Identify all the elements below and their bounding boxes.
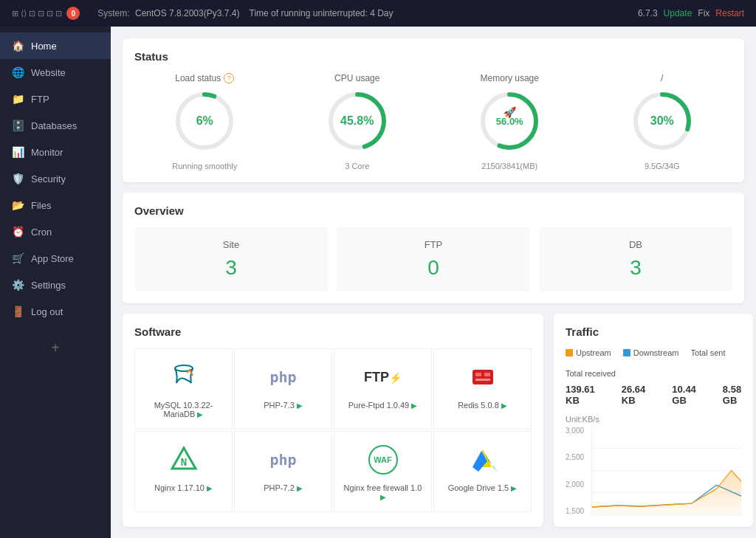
software-mysql[interactable]: MySQL 10.3.22-MariaDB ▶ [134,348,233,430]
received-stat: 8.58 GB [723,384,741,406]
sidebar-item-security[interactable]: 🛡️ Security [0,165,111,192]
chart-unit-label: Unit:KB/s [566,415,741,424]
upstream-legend: Upstream [566,348,611,357]
php72-label: PHP-7.2 ▶ [264,483,303,492]
mysql-label: MySQL 10.3.22-MariaDB ▶ [154,401,213,418]
sidebar-label-ftp: FTP [31,94,49,105]
cpu-sublabel: 3 Core [345,162,369,170]
ftp-label: FTP [425,239,443,250]
sidebar-item-appstore[interactable]: 🛒 App Store [0,245,111,272]
cpu-status-item: CPU usage 45.8% 3 Core [324,73,391,170]
svg-text:N: N [180,456,186,468]
sidebar: 🏠 Home 🌐 Website 📁 FTP 🗄️ Databases 📊 Mo… [0,27,111,538]
status-title: Status [134,50,732,63]
overview-card: Overview Site 3 FTP 0 DB 3 [123,193,744,303]
redis-label: Redis 5.0.8 ▶ [458,401,507,410]
overview-db[interactable]: DB 3 [539,227,732,292]
software-title: Software [134,325,532,338]
redis-arrow: ▶ [501,401,507,410]
drive-arrow: ▶ [511,484,517,492]
software-redis[interactable]: Redis 5.0.8 ▶ [433,348,532,430]
load-info-icon[interactable]: ? [224,73,234,83]
bottom-grid: Software MySQL [123,314,744,527]
fix-button[interactable]: Fix [698,8,709,18]
settings-icon: ⚙️ [12,279,24,291]
topbar-left: ⊞ ⟨⟩ ⊡ ⊡ ⊡ ⊡ 0 System: CentOS 7.8.2003(P… [12,7,394,20]
disk-status-item: / 30% 9.5G/34G [629,73,695,170]
downstream-dot [623,349,630,356]
load-gauge: 6% [171,88,238,154]
load-label: Load status ? [175,73,234,83]
upstream-stat: 139.61 KB [566,384,595,406]
ftpd-arrow: ▶ [411,401,417,410]
drive-label: Google Drive 1.5 ▶ [448,483,518,492]
software-grid: MySQL 10.3.22-MariaDB ▶ php PHP-7.3 ▶ FT… [134,348,532,512]
php73-icon: php [266,359,301,395]
update-button[interactable]: Update [664,8,693,18]
monitor-icon: 📊 [12,146,24,158]
downstream-value: 26.64 KB [622,384,646,406]
cron-icon: ⏰ [12,226,24,238]
overview-title: Overview [134,204,732,217]
db-value: 3 [630,256,642,280]
software-ftpd[interactable]: FTP⚡ Pure-Ftpd 1.0.49 ▶ [334,348,432,430]
sidebar-item-ftp[interactable]: 📁 FTP [0,86,111,112]
topbar-logo-area: ⊞ ⟨⟩ ⊡ ⊡ ⊡ ⊡ 0 [12,7,86,20]
software-card: Software MySQL [123,314,543,527]
traffic-stats: 139.61 KB 26.64 KB 10.44 GB 8.58 GB [566,384,741,406]
sidebar-label-home: Home [31,41,57,52]
software-php73[interactable]: php PHP-7.3 ▶ [234,348,332,430]
sidebar-item-website[interactable]: 🌐 Website [0,59,111,86]
total-received-legend: Total received [566,369,616,378]
overview-site[interactable]: Site 3 [134,227,328,292]
ftpd-icon: FTP⚡ [365,359,401,395]
svg-rect-11 [484,373,490,376]
sidebar-item-settings[interactable]: ⚙️ Settings [0,272,111,298]
sidebar-item-cron[interactable]: ⏰ Cron [0,218,111,245]
memory-gauge: 56.0% 🚀 [476,88,543,154]
notification-badge[interactable]: 0 [66,7,80,20]
sidebar-label-logout: Log out [31,306,63,317]
traffic-legend: Upstream Downstream Total sent Total rec… [566,348,741,378]
waf-label: Nginx free firewall 1.0 ▶ [340,483,425,501]
disk-gauge: 30% [629,88,695,154]
php72-icon: php [266,442,301,477]
nginx-icon: N [166,442,202,477]
load-value: 6% [196,114,213,128]
cpu-value: 45.8% [340,114,374,128]
site-label: Site [223,239,239,250]
restart-button[interactable]: Restart [715,8,744,18]
ftp-value: 0 [427,256,439,280]
sidebar-item-home[interactable]: 🏠 Home [0,32,111,59]
mysql-arrow: ▶ [197,410,203,418]
home-icon: 🏠 [12,40,24,52]
sidebar-label-monitor: Monitor [31,147,63,158]
software-drive[interactable]: Google Drive 1.5 ▶ [433,431,532,512]
overview-grid: Site 3 FTP 0 DB 3 [134,227,732,292]
traffic-chart: 3,000 2,500 2,000 1,500 [566,427,741,515]
topbar-right: 6.7.3 Update Fix Restart [638,8,744,18]
topbar-system-info: System: CentOS 7.8.2003(Py3.7.4) Time of… [97,8,393,18]
content-area: Status Load status ? 6% Runn [111,27,756,538]
received-value: 8.58 GB [723,384,741,406]
software-php72[interactable]: php PHP-7.2 ▶ [234,431,332,512]
nginx-arrow: ▶ [207,484,213,492]
sidebar-item-logout[interactable]: 🚪 Log out [0,298,111,325]
mysql-icon [166,359,202,395]
memory-label: Memory usage [481,73,539,83]
main-layout: 🏠 Home 🌐 Website 📁 FTP 🗄️ Databases 📊 Mo… [0,27,756,538]
add-button[interactable]: + [0,331,111,365]
sidebar-item-monitor[interactable]: 📊 Monitor [0,139,111,165]
software-nginx[interactable]: N Nginx 1.17.10 ▶ [134,431,233,512]
status-card: Status Load status ? 6% Runn [123,38,744,182]
version-label: 6.7.3 [638,8,658,18]
security-icon: 🛡️ [12,173,24,184]
sidebar-item-files[interactable]: 📂 Files [0,192,111,218]
total-sent-legend: Total sent [690,348,725,357]
upstream-value: 139.61 KB [566,384,595,406]
sidebar-label-website: Website [31,67,66,78]
software-waf[interactable]: WAF Nginx free firewall 1.0 ▶ [334,431,432,512]
load-sublabel: Running smoothly [172,162,237,170]
overview-ftp[interactable]: FTP 0 [337,227,530,292]
sidebar-item-databases[interactable]: 🗄️ Databases [0,112,111,139]
